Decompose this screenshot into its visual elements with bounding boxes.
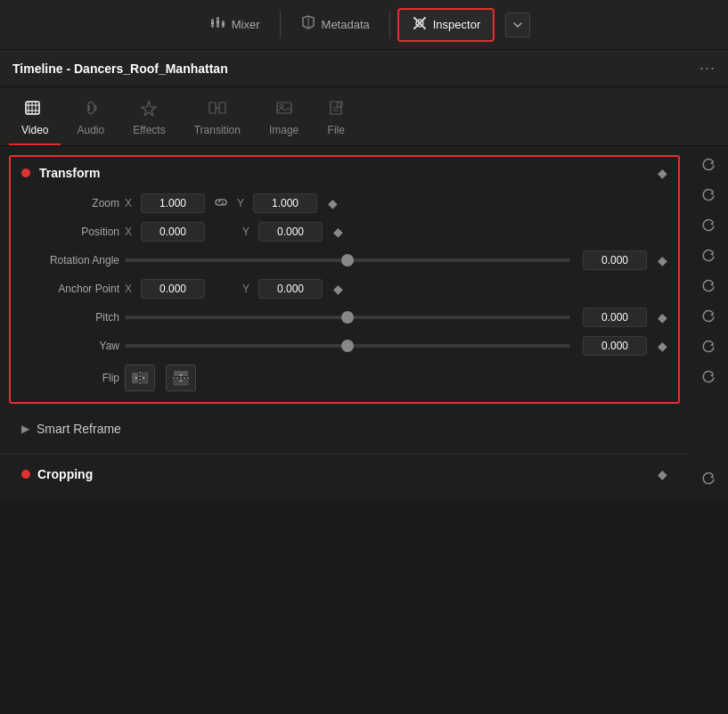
anchor-keyframe-icon[interactable]: ◆ bbox=[333, 282, 343, 296]
svg-rect-3 bbox=[211, 22, 214, 24]
rotation-reset-button[interactable] bbox=[698, 246, 719, 267]
panel-more-button[interactable]: ··· bbox=[699, 59, 716, 78]
tab-transition-label: Transition bbox=[194, 124, 241, 136]
pitch-slider-thumb[interactable] bbox=[341, 311, 354, 324]
svg-rect-17 bbox=[219, 103, 225, 113]
position-reset-button[interactable] bbox=[698, 216, 719, 237]
audio-tab-icon bbox=[83, 100, 99, 120]
transform-diamond-icon[interactable]: ◆ bbox=[658, 166, 667, 180]
yaw-slider-container[interactable] bbox=[125, 339, 570, 353]
flip-label: Flip bbox=[21, 372, 119, 384]
video-tab-icon bbox=[25, 100, 45, 120]
pitch-label: Pitch bbox=[21, 311, 119, 324]
content-area: Transform ◆ Zoom X Y ◆ P bbox=[0, 146, 728, 499]
position-keyframe-icon[interactable]: ◆ bbox=[333, 225, 343, 239]
svg-rect-4 bbox=[217, 21, 219, 23]
metadata-button[interactable]: Metadata bbox=[288, 10, 382, 40]
inspector-button[interactable]: Inspector bbox=[397, 8, 495, 42]
rotation-row: Rotation Angle ◆ bbox=[11, 246, 678, 275]
file-tab-icon bbox=[327, 100, 345, 120]
separator bbox=[0, 454, 689, 455]
pitch-slider-track bbox=[125, 316, 570, 319]
zoom-label: Zoom bbox=[21, 197, 119, 209]
pitch-reset-button[interactable] bbox=[698, 307, 719, 328]
flip-reset-button[interactable] bbox=[698, 367, 719, 389]
panel-header: Timeline - Dancers_Roof_Manhattan ··· bbox=[0, 50, 728, 87]
rotation-value-input[interactable] bbox=[583, 250, 647, 270]
zoom-x-input[interactable] bbox=[141, 193, 205, 213]
link-icon[interactable] bbox=[210, 195, 232, 212]
yaw-slider-thumb[interactable] bbox=[341, 340, 354, 352]
tab-file[interactable]: File bbox=[315, 94, 357, 145]
pitch-row: Pitch ◆ bbox=[11, 303, 678, 332]
transition-tab-icon bbox=[209, 100, 226, 120]
pitch-slider-container[interactable] bbox=[125, 310, 570, 324]
yaw-reset-button[interactable] bbox=[698, 337, 719, 358]
anchor-row: Anchor Point X Y ◆ bbox=[11, 275, 678, 303]
transform-active-dot[interactable] bbox=[21, 168, 30, 177]
yaw-label: Yaw bbox=[21, 340, 119, 352]
position-y-input[interactable] bbox=[258, 222, 323, 242]
zoom-keyframe-icon[interactable]: ◆ bbox=[328, 196, 338, 210]
anchor-y-axis: Y bbox=[242, 283, 253, 295]
rotation-keyframe-icon[interactable]: ◆ bbox=[658, 253, 667, 267]
smart-reframe-section[interactable]: ▶ Smart Reframe bbox=[9, 413, 680, 445]
rotation-slider-container[interactable] bbox=[125, 253, 570, 267]
transform-section: Transform ◆ Zoom X Y ◆ P bbox=[9, 155, 680, 404]
cropping-section: Cropping ◆ bbox=[9, 458, 680, 490]
cropping-diamond-icon[interactable]: ◆ bbox=[658, 467, 667, 481]
rotation-slider-thumb[interactable] bbox=[341, 254, 354, 267]
yaw-value-input[interactable] bbox=[583, 336, 647, 356]
anchor-x-input[interactable] bbox=[141, 279, 205, 299]
position-x-input[interactable] bbox=[141, 222, 205, 242]
tab-video[interactable]: Video bbox=[9, 94, 61, 145]
tab-transition[interactable]: Transition bbox=[182, 94, 253, 145]
pitch-keyframe-icon[interactable]: ◆ bbox=[658, 310, 667, 324]
tab-audio[interactable]: Audio bbox=[64, 94, 117, 145]
smart-reframe-title: Smart Reframe bbox=[37, 422, 121, 436]
svg-rect-19 bbox=[277, 103, 291, 113]
tab-effects[interactable]: Effects bbox=[120, 94, 177, 145]
flip-row: Flip bbox=[11, 360, 678, 402]
rotation-label: Rotation Angle bbox=[21, 254, 119, 267]
effects-tab-icon bbox=[140, 100, 158, 120]
tab-image[interactable]: Image bbox=[257, 94, 311, 145]
top-toolbar: Mixer Metadata Inspector bbox=[0, 0, 728, 50]
position-x-axis: X bbox=[125, 226, 135, 238]
yaw-slider-track bbox=[125, 344, 570, 348]
right-side-icons bbox=[689, 146, 728, 499]
mixer-button[interactable]: Mixer bbox=[198, 10, 273, 40]
flip-vertical-button[interactable] bbox=[166, 365, 196, 391]
transform-header: Transform ◆ bbox=[11, 157, 678, 189]
inspector-label: Inspector bbox=[433, 18, 480, 31]
cropping-title: Cropping bbox=[37, 467, 650, 481]
toolbar-divider-2 bbox=[389, 12, 390, 38]
anchor-y-input[interactable] bbox=[258, 279, 323, 299]
yaw-keyframe-icon[interactable]: ◆ bbox=[658, 339, 667, 353]
svg-rect-5 bbox=[222, 23, 225, 25]
anchor-reset-button[interactable] bbox=[698, 276, 719, 298]
rotation-slider-track bbox=[125, 259, 570, 262]
mixer-label: Mixer bbox=[232, 18, 260, 31]
zoom-reset-button[interactable] bbox=[698, 185, 719, 207]
transform-reset-button[interactable] bbox=[698, 155, 719, 176]
tab-audio-label: Audio bbox=[77, 124, 104, 136]
anchor-label: Anchor Point bbox=[21, 283, 119, 295]
zoom-y-input[interactable] bbox=[253, 193, 317, 213]
cropping-reset-button[interactable] bbox=[698, 469, 719, 490]
tab-file-label: File bbox=[328, 124, 345, 136]
cropping-active-dot[interactable] bbox=[21, 470, 30, 479]
transform-title: Transform bbox=[39, 166, 649, 180]
position-y-axis: Y bbox=[242, 226, 253, 238]
toolbar-center: Mixer Metadata Inspector bbox=[198, 8, 495, 42]
tab-video-label: Video bbox=[21, 124, 48, 136]
position-label: Position bbox=[21, 226, 119, 238]
flip-horizontal-button[interactable] bbox=[125, 365, 155, 391]
pitch-value-input[interactable] bbox=[583, 308, 647, 327]
metadata-icon bbox=[300, 15, 316, 35]
expand-button[interactable] bbox=[505, 12, 530, 37]
tab-bar: Video Audio Effects Tra bbox=[0, 87, 728, 146]
metadata-label: Metadata bbox=[322, 18, 370, 31]
yaw-row: Yaw ◆ bbox=[11, 332, 678, 360]
main-panel: Transform ◆ Zoom X Y ◆ P bbox=[0, 146, 689, 499]
